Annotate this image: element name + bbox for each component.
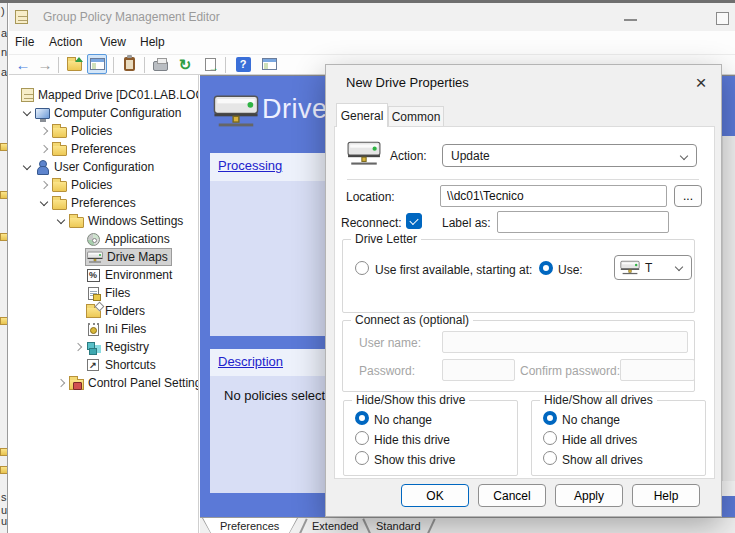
chevron-right-icon[interactable] (38, 143, 51, 156)
drive-letter-select[interactable]: T (614, 255, 692, 280)
user-name-label: User name: (359, 336, 421, 350)
password-input[interactable] (442, 359, 515, 381)
tree-item-folders[interactable]: Folders (9, 302, 198, 320)
description-link[interactable]: Description (218, 354, 283, 369)
tree-item-shortcuts[interactable]: ↗Shortcuts (9, 356, 198, 374)
forward-icon[interactable]: → (35, 54, 55, 74)
chevron-down-icon[interactable] (21, 161, 34, 174)
all-no-change-radio[interactable] (543, 411, 557, 425)
user-icon (35, 160, 49, 174)
chevron-right-icon[interactable] (72, 341, 85, 354)
environment-icon: % (87, 269, 100, 282)
tree-item-root[interactable]: Mapped Drive [DC01.LAB.LOCA (9, 86, 198, 104)
chevron-down-icon[interactable] (55, 215, 68, 228)
folder-icon (0, 143, 8, 151)
no-policies-text: No policies selected (224, 388, 340, 403)
shortcuts-icon: ↗ (87, 359, 99, 371)
processing-link[interactable]: Processing (218, 158, 282, 173)
tree-item-files[interactable]: Files (9, 284, 198, 302)
ok-button[interactable]: OK (401, 484, 469, 507)
menu-action[interactable]: Action (49, 35, 82, 49)
tree-item-applications[interactable]: Applications (9, 230, 198, 248)
tree-item-policies[interactable]: Policies (9, 122, 198, 140)
tree-item-policies[interactable]: Policies (9, 176, 198, 194)
title-bar[interactable]: Group Policy Management Editor (9, 3, 735, 31)
label-as-input[interactable] (497, 211, 669, 233)
up-one-level-icon[interactable] (64, 54, 84, 74)
back-icon[interactable]: ← (13, 54, 33, 74)
pane-bottom-tabs: Preferences Extended Standard (200, 517, 735, 533)
confirm-password-input[interactable] (620, 359, 695, 381)
chevron-down-icon (675, 263, 683, 271)
user-name-input[interactable] (442, 331, 688, 353)
help-button[interactable]: Help (632, 484, 700, 507)
tree-item-registry[interactable]: Registry (9, 338, 198, 356)
print-icon[interactable] (150, 54, 170, 74)
use-first-available-label: Use first available, starting at: (375, 263, 532, 277)
use-label: Use: (558, 263, 583, 277)
tree-item-control-panel-settings[interactable]: Control Panel Settings (9, 374, 198, 392)
new-window-icon[interactable] (259, 54, 279, 74)
this-no-change-radio[interactable] (355, 411, 369, 425)
gpo-scroll-icon (15, 10, 28, 24)
connect-as-legend: Connect as (optional) (351, 313, 473, 327)
use-first-available-radio[interactable] (355, 261, 369, 275)
general-tab-page: Action: Update Location: ... Reconnect: … (334, 126, 715, 479)
tree-item-computer-configuration[interactable]: Computer Configuration (9, 104, 198, 122)
tree-item-ini-files[interactable]: Ini Files (9, 320, 198, 338)
paste-icon[interactable] (119, 54, 139, 74)
folders-icon (86, 307, 101, 318)
tree-item-user-configuration[interactable]: User Configuration (9, 158, 198, 176)
dialog-title: New Drive Properties (346, 75, 469, 90)
action-value: Update (451, 149, 490, 163)
refresh-icon[interactable]: ↻ (175, 54, 195, 74)
chevron-down-icon[interactable] (21, 107, 34, 120)
action-select[interactable]: Update (442, 144, 697, 167)
tab-extended-label[interactable]: Extended (312, 520, 358, 532)
registry-icon (86, 341, 100, 354)
export-list-icon[interactable] (200, 54, 220, 74)
menu-help[interactable]: Help (140, 35, 165, 49)
hide-this-drive-radio[interactable] (355, 431, 369, 445)
tree-item-environment[interactable]: %Environment (9, 266, 198, 284)
location-input[interactable] (440, 185, 667, 207)
close-icon[interactable]: × (689, 71, 713, 95)
use-radio[interactable] (539, 261, 553, 275)
tab-divider (298, 519, 307, 533)
show-all-drives-radio[interactable] (543, 451, 557, 465)
maximize-button[interactable] (716, 12, 729, 25)
folder-icon (52, 145, 67, 156)
show-hide-console-tree-icon[interactable] (87, 54, 107, 74)
tab-common[interactable]: Common (388, 106, 444, 127)
chevron-right-icon[interactable] (38, 125, 51, 138)
all-no-change-label: No change (562, 413, 620, 427)
tab-standard-label[interactable]: Standard (376, 520, 421, 532)
edge-fragment: a (1, 27, 7, 39)
show-this-drive-radio[interactable] (355, 451, 369, 465)
browse-button[interactable]: ... (674, 185, 702, 207)
location-label: Location: (346, 190, 395, 204)
help-icon[interactable]: ? (233, 54, 253, 74)
tree-item-preferences[interactable]: Preferences (9, 140, 198, 158)
chevron-down-icon[interactable] (38, 197, 51, 210)
tree-item-preferences[interactable]: Preferences (9, 194, 198, 212)
menu-view[interactable]: View (100, 35, 126, 49)
tree-item-drive-maps[interactable]: Drive Maps (9, 248, 198, 266)
tab-preferences-label[interactable]: Preferences (220, 520, 279, 532)
drive-letter-legend: Drive Letter (351, 232, 421, 246)
chevron-right-icon[interactable] (55, 377, 68, 390)
show-all-drives-label: Show all drives (562, 453, 643, 467)
edge-fragment: a (1, 66, 7, 78)
cancel-button[interactable]: Cancel (478, 484, 546, 507)
tree-item-windows-settings[interactable]: Windows Settings (9, 212, 198, 230)
window-title: Group Policy Management Editor (43, 10, 220, 24)
minimize-button[interactable] (624, 19, 637, 21)
new-drive-properties-dialog: New Drive Properties × General Common Ac… (325, 64, 722, 517)
reconnect-checkbox[interactable] (406, 213, 422, 229)
hide-all-drives-radio[interactable] (543, 431, 557, 445)
tab-general[interactable]: General (336, 103, 388, 127)
apply-button[interactable]: Apply (555, 484, 623, 507)
pane-scrollbar[interactable] (722, 136, 735, 481)
chevron-right-icon[interactable] (38, 179, 51, 192)
menu-file[interactable]: File (15, 35, 34, 49)
